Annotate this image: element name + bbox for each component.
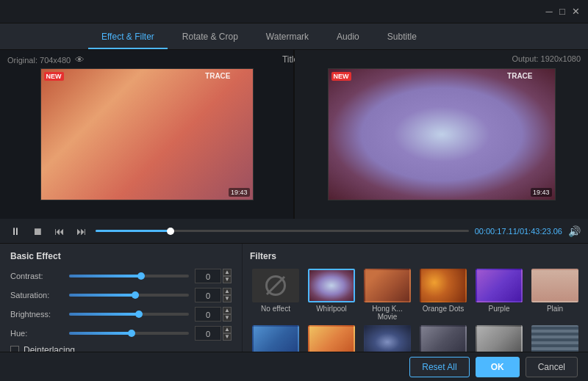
original-label: Original: 704x480 👁 — [7, 54, 85, 65]
filter-thumb-no-effect — [252, 269, 299, 302]
filter-thumb-plain — [531, 269, 578, 302]
original-preview-thumb: NEW TRACE 19:43 — [40, 68, 254, 200]
hue-label: Hue: — [10, 329, 69, 338]
filter-label-plain: Plain — [547, 305, 563, 313]
hue-stepper: ▲ ▼ — [223, 326, 232, 341]
contrast-thumb — [137, 272, 145, 280]
filter-label-no-effect: No effect — [261, 305, 290, 313]
saturation-down[interactable]: ▼ — [223, 295, 232, 302]
thumb-time-right: 19:43 — [531, 188, 552, 197]
preview-left: Original: 704x480 👁 NEW TRACE 19:43 — [0, 50, 293, 219]
hue-down[interactable]: ▼ — [223, 333, 232, 341]
brightness-up[interactable]: ▲ — [223, 307, 232, 314]
thumb-badge: NEW — [44, 72, 64, 81]
progress-thumb — [167, 228, 174, 235]
filter-thumb-orange-dots — [420, 269, 467, 302]
contrast-up[interactable]: ▲ — [223, 269, 232, 276]
saturation-fill — [69, 294, 135, 297]
contrast-label: Contrast: — [10, 272, 69, 280]
brightness-down[interactable]: ▼ — [223, 314, 232, 322]
hue-slider[interactable] — [69, 332, 189, 335]
saturation-thumb — [132, 291, 139, 299]
contrast-row: Contrast: 0 ▲ ▼ — [10, 269, 232, 283]
progress-bar[interactable] — [96, 230, 469, 232]
hue-row: Hue: 0 ▲ ▼ — [10, 326, 232, 341]
close-button[interactable]: ✕ — [569, 5, 582, 18]
saturation-value: 0 — [195, 288, 221, 302]
prev-button[interactable]: ⏮ — [51, 223, 68, 239]
brightness-fill — [69, 313, 139, 316]
saturation-slider[interactable] — [69, 294, 189, 297]
eye-icon[interactable]: 👁 — [75, 54, 85, 65]
brightness-row: Brightness: 0 ▲ ▼ — [10, 307, 232, 322]
filter-thumb-purple — [476, 269, 523, 302]
tab-rotate-crop[interactable]: Rotate & Crop — [169, 26, 251, 49]
stop-button[interactable]: ⏹ — [29, 223, 46, 239]
filter-label-hong-kong: Hong K... Movie — [362, 305, 413, 321]
contrast-down[interactable]: ▼ — [223, 276, 232, 283]
output-preview-thumb: NEW TRACE 19:43 — [328, 68, 556, 200]
thumb-logo-right: TRACE — [507, 72, 532, 80]
thumb-time-left: 19:43 — [229, 188, 250, 197]
reset-all-button[interactable]: Reset All — [409, 357, 469, 377]
filter-label-whirlpool: Whirlpool — [316, 305, 347, 313]
maximize-button[interactable]: □ — [556, 5, 569, 18]
brightness-value: 0 — [195, 307, 221, 322]
thumb-badge-right: NEW — [331, 72, 351, 81]
filter-plain[interactable]: Plain — [529, 269, 581, 321]
preview-right: Output: 1920x1080 NEW TRACE 19:43 — [295, 50, 588, 219]
contrast-stepper: ▲ ▼ — [223, 269, 232, 283]
pause-button[interactable]: ⏸ — [7, 223, 24, 239]
filter-whirlpool[interactable]: Whirlpool — [306, 269, 357, 321]
tab-effect-filter[interactable]: Effect & Filter — [88, 26, 168, 49]
contrast-slider[interactable] — [69, 275, 189, 277]
cancel-button[interactable]: Cancel — [526, 357, 578, 377]
playback-bar: ⏸ ⏹ ⏮ ⏭ 00:00:17.11/01:43:23.06 🔊 — [0, 219, 588, 244]
filter-purple[interactable]: Purple — [473, 269, 525, 321]
basic-effect-title: Basic Effect — [10, 251, 232, 261]
filters-title: Filters — [250, 251, 581, 261]
filter-orange-dots[interactable]: Orange Dots — [417, 269, 469, 321]
brightness-slider[interactable] — [69, 313, 189, 316]
filter-hong-kong-movie[interactable]: Hong K... Movie — [362, 269, 413, 321]
tab-bar: Effect & Filter Rotate & Crop Watermark … — [0, 23, 588, 50]
saturation-up[interactable]: ▲ — [223, 288, 232, 295]
next-button[interactable]: ⏭ — [74, 223, 90, 239]
brightness-thumb — [135, 311, 143, 318]
minimize-button[interactable]: ─ — [542, 5, 556, 18]
filter-no-effect[interactable]: No effect — [250, 269, 301, 321]
volume-icon[interactable]: 🔊 — [568, 225, 581, 237]
filter-thumb-hong-kong — [364, 269, 411, 302]
footer: Reset All OK Cancel — [0, 352, 588, 381]
brightness-stepper: ▲ ▼ — [223, 307, 232, 322]
saturation-stepper: ▲ ▼ — [223, 288, 232, 302]
playback-time: 00:00:17.11/01:43:23.06 — [475, 227, 562, 236]
saturation-row: Saturation: 0 ▲ ▼ — [10, 288, 232, 302]
hue-fill — [69, 332, 132, 335]
filter-label-purple: Purple — [489, 305, 510, 313]
filter-label-orange-dots: Orange Dots — [423, 305, 465, 313]
tab-subtitle[interactable]: Subtitle — [374, 26, 430, 49]
preview-area: Original: 704x480 👁 NEW TRACE 19:43 Titl… — [0, 50, 588, 219]
contrast-value: 0 — [195, 269, 221, 283]
saturation-label: Saturation: — [10, 291, 69, 300]
title-bar: ─ □ ✕ — [0, 0, 588, 23]
progress-fill — [96, 230, 171, 232]
filter-thumb-whirlpool — [308, 269, 355, 302]
thumb-logo: TRACE — [205, 72, 230, 80]
hue-thumb — [128, 330, 135, 337]
output-label: Output: 1920x1080 — [512, 54, 581, 63]
brightness-label: Brightness: — [10, 310, 69, 319]
contrast-fill — [69, 275, 141, 277]
hue-up[interactable]: ▲ — [223, 326, 232, 333]
tab-watermark[interactable]: Watermark — [253, 26, 322, 49]
tab-audio[interactable]: Audio — [323, 26, 373, 49]
ok-button[interactable]: OK — [476, 357, 520, 377]
hue-value: 0 — [195, 326, 221, 341]
no-effect-icon — [265, 275, 286, 296]
